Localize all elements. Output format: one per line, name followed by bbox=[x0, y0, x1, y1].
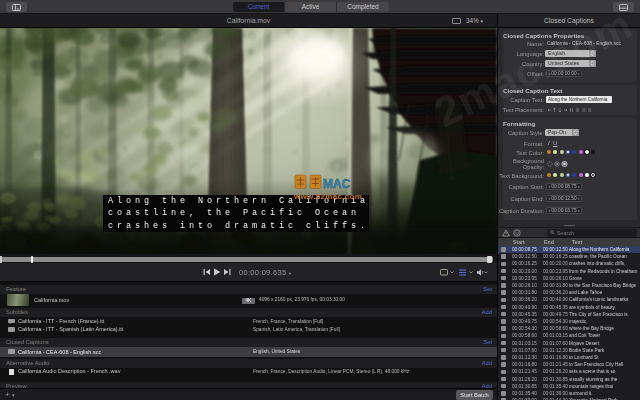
svg-text:www.52mac.com: www.52mac.com bbox=[294, 192, 362, 201]
svg-text:MAC: MAC bbox=[323, 177, 351, 191]
